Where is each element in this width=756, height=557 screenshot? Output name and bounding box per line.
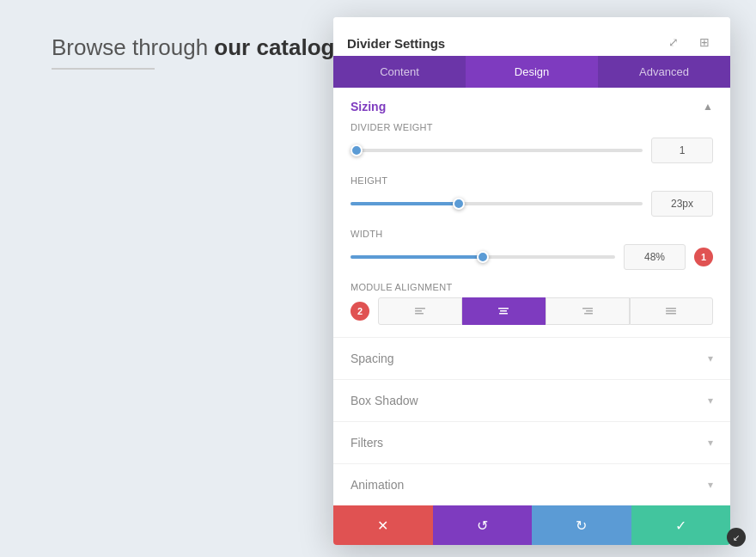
tab-content[interactable]: Content [333,56,466,88]
cancel-button[interactable]: ✕ [333,505,433,545]
align-center-btn[interactable] [462,297,546,325]
alignment-control: 2 [351,297,713,325]
field-width: Width 1 [351,229,713,270]
sizing-section-header[interactable]: Sizing ▲ [351,88,713,122]
width-label: Width [351,229,713,239]
field-divider-weight: Divider Weight [351,122,713,163]
height-label: Height [351,175,713,186]
width-fill [351,255,483,259]
columns-icon[interactable]: ⊞ [692,30,716,54]
corner-badge[interactable]: ↙ [727,528,746,547]
svg-rect-0 [415,308,425,309]
save-button[interactable]: ✓ [631,505,731,545]
svg-rect-1 [415,310,422,312]
height-input[interactable] [651,191,713,217]
box-shadow-section[interactable]: Box Shadow ▾ [333,379,730,421]
width-control: 1 [351,244,713,270]
undo-button[interactable]: ↺ [433,505,533,545]
svg-rect-2 [415,313,424,315]
animation-title: Animation [351,478,404,492]
svg-rect-8 [584,313,593,315]
height-track[interactable] [351,202,643,205]
expand-icon[interactable]: ⤢ [662,30,686,54]
spacing-title: Spacing [351,352,394,365]
width-thumb[interactable] [477,251,489,263]
divider-weight-thumb[interactable] [351,144,363,156]
divider-weight-input[interactable] [651,138,713,163]
filters-section[interactable]: Filters ▾ [333,421,730,463]
tab-design[interactable]: Design [466,56,598,88]
animation-section[interactable]: Animation ▾ [333,463,730,505]
align-left-btn[interactable] [378,297,462,325]
width-badge: 1 [694,248,713,266]
tab-advanced[interactable]: Advanced [598,56,730,88]
panel-title: Divider Settings [347,28,445,56]
box-shadow-chevron: ▾ [708,395,713,407]
width-input[interactable] [624,244,686,270]
field-height: Height [351,175,713,217]
field-module-alignment: Module Alignment 2 [351,282,713,325]
alignment-label: Module Alignment [351,282,713,292]
heading-underline [52,68,155,70]
svg-rect-5 [499,313,508,315]
sizing-section: Sizing ▲ Divider Weight Height [333,88,730,325]
divider-weight-track[interactable] [351,149,643,152]
alignment-group [378,297,713,325]
page-heading: Browse through our catalog [52,34,334,61]
align-right-btn[interactable] [546,297,630,325]
divider-settings-panel: Divider Settings ⤢ ⊞ Content Design Adva… [333,17,730,545]
spacing-section[interactable]: Spacing ▾ [333,337,730,379]
svg-rect-11 [666,313,676,315]
divider-weight-label: Divider Weight [351,122,713,132]
animation-chevron: ▾ [708,479,713,491]
heading-normal: Browse through [52,34,214,60]
svg-rect-3 [498,308,509,309]
panel-header-icons: ⤢ ⊞ [662,30,716,54]
align-justify-btn[interactable] [630,297,714,325]
filters-chevron: ▾ [708,437,713,449]
height-control [351,191,713,217]
sizing-chevron-up: ▲ [703,101,713,113]
svg-rect-4 [500,310,507,312]
tabs-bar: Content Design Advanced [333,56,730,88]
panel-body: Sizing ▲ Divider Weight Height [333,88,730,505]
panel-header: Divider Settings ⤢ ⊞ [333,17,730,56]
panel-footer: ✕ ↺ ↻ ✓ [333,505,730,545]
sizing-title: Sizing [351,100,386,113]
svg-rect-6 [582,308,593,309]
alignment-badge: 2 [351,302,369,321]
filters-title: Filters [351,436,383,450]
width-track[interactable] [351,255,615,259]
svg-rect-10 [666,310,676,312]
divider-weight-control [351,138,713,163]
spacing-chevron: ▾ [708,352,713,364]
svg-rect-7 [586,310,593,312]
box-shadow-title: Box Shadow [351,394,418,407]
height-thumb[interactable] [453,198,465,210]
redo-button[interactable]: ↻ [532,505,631,545]
heading-bold: our catalog [214,34,334,60]
svg-rect-9 [666,308,676,309]
height-fill [351,202,459,205]
